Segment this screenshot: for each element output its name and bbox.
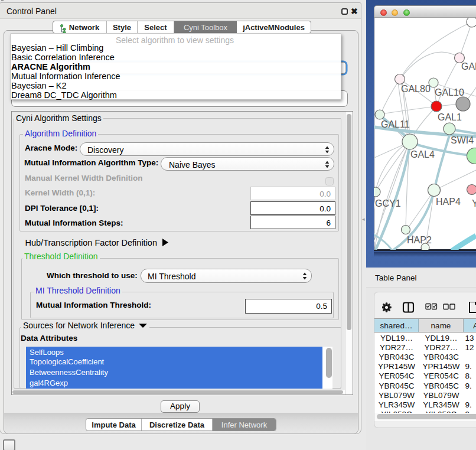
svg-text:GCY1: GCY1 xyxy=(375,198,401,208)
svg-text:GAL4: GAL4 xyxy=(410,149,435,159)
svg-text:HAP4: HAP4 xyxy=(436,197,461,207)
svg-text:GAL1: GAL1 xyxy=(438,112,462,122)
svg-text:GAL10: GAL10 xyxy=(435,87,464,97)
svg-text:GAL11: GAL11 xyxy=(381,119,410,129)
svg-text:GAL: GAL xyxy=(461,61,476,71)
svg-text:GAL80: GAL80 xyxy=(401,84,431,94)
svg-text:Y: Y xyxy=(472,198,476,208)
svg-text:HAP2: HAP2 xyxy=(407,235,432,245)
svg-text:SWI4: SWI4 xyxy=(451,135,474,145)
